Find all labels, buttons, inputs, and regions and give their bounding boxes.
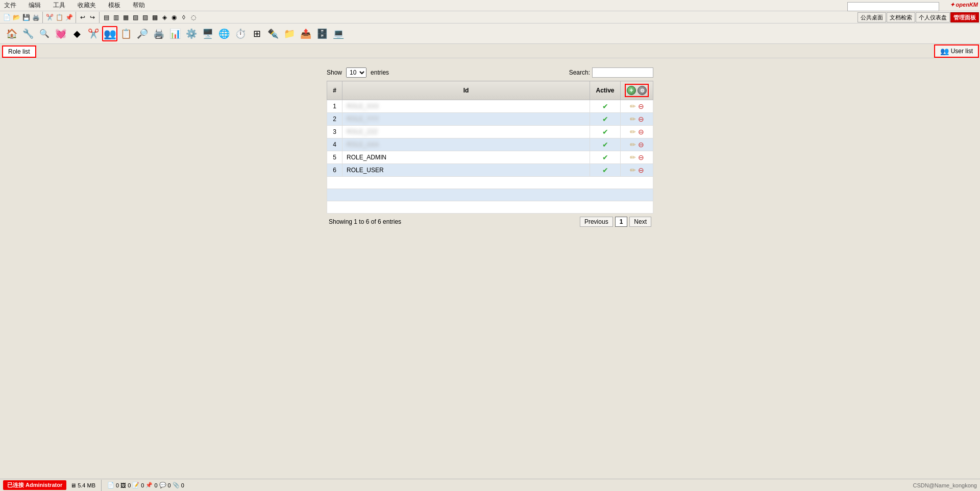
tb-find-icon[interactable]: 🔍 bbox=[37, 26, 52, 41]
row-actions-cell: ✏ ⊖ bbox=[621, 151, 653, 164]
row-actions-cell: ✏ ⊖ bbox=[621, 138, 653, 151]
tb1-save[interactable]: 💾 bbox=[21, 13, 31, 22]
tb-stamp-icon[interactable]: ✒️ bbox=[265, 26, 281, 41]
tb1-b4[interactable]: ▧ bbox=[131, 13, 140, 22]
blurred-id: ROLE_ZZZ bbox=[347, 128, 378, 135]
tb-print-icon[interactable]: 🖨️ bbox=[151, 26, 166, 41]
row-num: 5 bbox=[327, 151, 342, 164]
row-action-group: ✏ ⊖ bbox=[625, 153, 649, 161]
tb-home-icon[interactable]: 🏠 bbox=[4, 26, 19, 41]
tb1-b2[interactable]: ▥ bbox=[111, 13, 120, 22]
edit-icon[interactable]: ✏ bbox=[630, 102, 636, 110]
task-count: 0 bbox=[141, 482, 144, 488]
tb1-paste[interactable]: 📌 bbox=[64, 13, 74, 22]
tb-zoom-icon[interactable]: 🔎 bbox=[135, 26, 150, 41]
current-page[interactable]: 1 bbox=[615, 217, 628, 227]
tb1-redo[interactable]: ↪ bbox=[88, 13, 97, 22]
memory-status: 🖥 5.4 MB bbox=[70, 482, 95, 488]
tb1-b3[interactable]: ▦ bbox=[121, 13, 130, 22]
row-id: ROLE_ZZZ bbox=[342, 126, 590, 138]
counter-group: 📄 0 🖼 0 📝 0 📌 0 💬 0 📎 0 bbox=[107, 482, 184, 488]
active-check-icon: ✔ bbox=[602, 102, 608, 110]
active-check-icon: ✔ bbox=[602, 141, 608, 149]
menu-edit[interactable]: 编辑 bbox=[27, 0, 43, 11]
tab-role-list[interactable]: Role list bbox=[2, 45, 36, 58]
tb-gear-icon[interactable]: ⚙️ bbox=[184, 26, 199, 41]
connection-label: 已连接 bbox=[7, 482, 24, 488]
tb1-b6[interactable]: ▩ bbox=[150, 13, 159, 22]
menu-file[interactable]: 文件 bbox=[2, 0, 18, 11]
delete-icon[interactable]: ⊖ bbox=[638, 128, 644, 136]
menu-help[interactable]: 帮助 bbox=[131, 0, 147, 11]
show-entries-select[interactable]: 10 25 50 bbox=[346, 67, 366, 78]
tb-scissors-icon[interactable]: ✂️ bbox=[86, 26, 101, 41]
tb-archive-icon[interactable]: 🗄️ bbox=[314, 26, 330, 41]
tb-folder-icon[interactable]: 📁 bbox=[282, 26, 297, 41]
tb1-b1[interactable]: ▤ bbox=[102, 13, 111, 22]
edit-icon[interactable]: ✏ bbox=[630, 115, 636, 123]
delete-icon[interactable]: ⊖ bbox=[638, 153, 644, 161]
delete-icon[interactable]: ⊖ bbox=[638, 166, 644, 174]
edit-icon[interactable]: ✏ bbox=[630, 166, 636, 174]
conv-icon: 💬 bbox=[159, 482, 166, 488]
table-search-input[interactable] bbox=[592, 67, 653, 78]
tb-grid-icon[interactable]: ⊞ bbox=[249, 26, 264, 41]
row-num: 1 bbox=[327, 100, 342, 113]
doc-count: 0 bbox=[116, 482, 119, 488]
table-row: 1 ROLE_XXX ✔ ✏ ⊖ bbox=[327, 100, 653, 113]
menubar: 文件 编辑 工具 收藏夹 模板 帮助 ✦ openKM bbox=[0, 0, 980, 11]
tb1-undo[interactable]: ↩ bbox=[78, 13, 87, 22]
tb-users-icon[interactable]: 👥 bbox=[102, 26, 117, 41]
tb-clipboard-icon[interactable]: 📋 bbox=[118, 26, 134, 41]
row-action-group: ✏ ⊖ bbox=[625, 128, 649, 136]
table-row: 3 ROLE_ZZZ ✔ ✏ ⊖ bbox=[327, 126, 653, 138]
tb-tools-icon[interactable]: 🔧 bbox=[20, 26, 36, 41]
row-action-group: ✏ ⊖ bbox=[625, 115, 649, 123]
delete-icon[interactable]: ⊖ bbox=[638, 141, 644, 149]
menu-templates[interactable]: 模板 bbox=[106, 0, 122, 11]
tb-shield-icon[interactable]: ◆ bbox=[69, 26, 85, 41]
tb-monitor-icon[interactable]: 🖥️ bbox=[200, 26, 215, 41]
edit-icon[interactable]: ✏ bbox=[630, 141, 636, 149]
quick-public-desk[interactable]: 公共桌面 bbox=[857, 12, 886, 22]
menu-tools[interactable]: 工具 bbox=[51, 0, 67, 11]
statusbar: 已连接 Administrator 🖥 5.4 MB 📄 0 🖼 0 📝 0 📌… bbox=[0, 479, 980, 491]
blurred-id: ROLE_AAA bbox=[347, 141, 379, 148]
tb-widget-icon[interactable]: 📊 bbox=[167, 26, 183, 41]
active-check-icon: ✔ bbox=[602, 115, 608, 123]
top-search-input[interactable] bbox=[847, 2, 939, 11]
add-role-btn[interactable]: + bbox=[627, 86, 636, 95]
tb1-print[interactable]: 🖨️ bbox=[31, 13, 40, 22]
tb1-b9[interactable]: ◊ bbox=[179, 13, 188, 22]
delete-icon[interactable]: ⊖ bbox=[638, 102, 644, 110]
tb-terminal-icon[interactable]: 💻 bbox=[331, 26, 346, 41]
tb1-copy[interactable]: 📋 bbox=[55, 13, 64, 22]
quick-doc-search[interactable]: 文档检索 bbox=[887, 12, 915, 22]
tb-pulse-icon[interactable]: 💓 bbox=[53, 26, 68, 41]
tb1-new[interactable]: 📄 bbox=[2, 13, 11, 22]
tb1-b7[interactable]: ◈ bbox=[160, 13, 169, 22]
tb-clock-icon[interactable]: ⏱️ bbox=[233, 26, 248, 41]
delete-icon[interactable]: ⊖ bbox=[638, 115, 644, 123]
tb1-open[interactable]: 📂 bbox=[12, 13, 21, 22]
edit-icon[interactable]: ✏ bbox=[630, 153, 636, 161]
divider1 bbox=[42, 12, 43, 23]
col-header-actions[interactable]: + ⚙ bbox=[621, 81, 653, 100]
toolbar1: 📄 📂 💾 🖨️ ✂️ 📋 📌 ↩ ↪ ▤ ▥ ▦ ▧ ▨ ▩ ◈ ◉ ◊ ◌ … bbox=[0, 11, 980, 24]
next-page-btn[interactable]: Next bbox=[629, 217, 651, 227]
tb1-b8[interactable]: ◉ bbox=[169, 13, 179, 22]
menu-favorites[interactable]: 收藏夹 bbox=[76, 0, 98, 11]
tb-export-icon[interactable]: 📤 bbox=[298, 26, 313, 41]
tb1-b5[interactable]: ▨ bbox=[140, 13, 150, 22]
row-action-group: ✏ ⊖ bbox=[625, 102, 649, 110]
img-count: 0 bbox=[128, 482, 131, 488]
quick-admin-panel[interactable]: 管理面板 bbox=[950, 12, 979, 22]
tab-user-list[interactable]: 👥 User list bbox=[934, 44, 979, 58]
prev-page-btn[interactable]: Previous bbox=[580, 217, 613, 227]
tb-globe-icon[interactable]: 🌐 bbox=[216, 26, 232, 41]
tb1-b10[interactable]: ◌ bbox=[189, 13, 198, 22]
settings-role-btn[interactable]: ⚙ bbox=[638, 86, 647, 95]
quick-personal-dash[interactable]: 个人仪表盘 bbox=[916, 12, 950, 22]
edit-icon[interactable]: ✏ bbox=[630, 128, 636, 136]
tb1-cut[interactable]: ✂️ bbox=[45, 13, 54, 22]
